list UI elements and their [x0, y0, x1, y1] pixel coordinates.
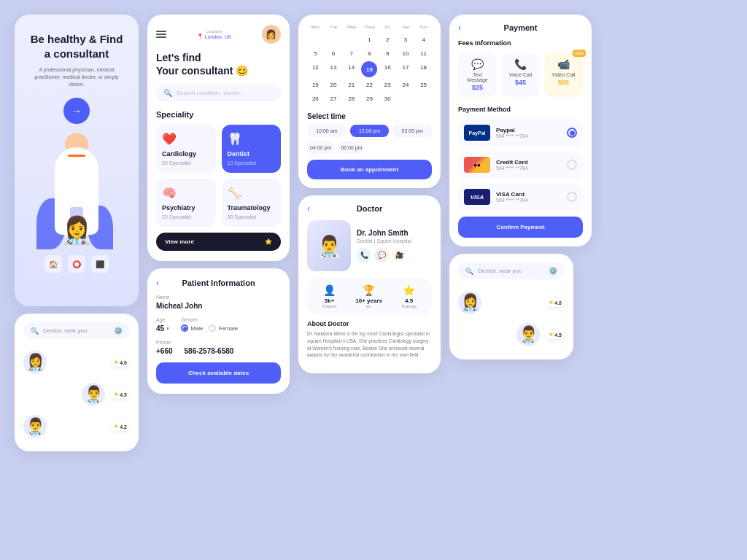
doctor-avatar-sm2-1: 👩‍⚕️: [458, 291, 481, 314]
cal-day-22[interactable]: 22: [361, 79, 378, 91]
age-arrow: ▾: [166, 326, 169, 332]
spec-card-psychiatry[interactable]: 🧠 Psychiatry 25 Specialist: [156, 179, 216, 227]
gender-male[interactable]: Male: [181, 324, 203, 332]
phone-number: 586-2578-6580: [185, 347, 234, 355]
cal-day-28[interactable]: 28: [343, 93, 360, 105]
search-input[interactable]: 🔍 Search condition, doctor...: [156, 85, 281, 101]
cal-day-8[interactable]: 8: [361, 47, 378, 60]
fee-voice-call[interactable]: 📞 Voice Call $45: [501, 52, 540, 97]
book-appointment-button[interactable]: Book an appoinment: [307, 160, 432, 179]
doctor-name: Dr. John Smith: [357, 229, 411, 237]
spec-card-dentist[interactable]: 🦷 Dentist 10 Specialist: [222, 125, 282, 173]
main-headline: Let's findYour consultant 😊: [156, 51, 281, 77]
doctor-list-item-sm2-2[interactable]: 👨‍⚕️ ★ 4.5: [458, 319, 565, 351]
video-contact-icon[interactable]: 🎥: [392, 248, 406, 262]
cal-day-25[interactable]: 25: [415, 79, 432, 91]
cal-day-1[interactable]: 1: [361, 34, 378, 46]
cal-day-4[interactable]: 4: [415, 34, 432, 46]
confirm-payment-button[interactable]: Confirm Payment: [458, 217, 583, 238]
fee-video-call[interactable]: NEW 📹 Video Call $65: [544, 52, 583, 97]
video-call-icon: 📹: [549, 58, 578, 70]
mastercard-number: 564 **** **784: [496, 166, 561, 171]
cal-day-20[interactable]: 20: [325, 79, 342, 91]
payment-option-visa[interactable]: VISA VISA Card 564 **** **784: [458, 183, 583, 211]
doctor-list-item-3[interactable]: 👨‍⚕️ ★ 4.2: [23, 411, 130, 443]
cal-day-30[interactable]: 30: [379, 93, 396, 105]
cal-day-5[interactable]: 5: [307, 47, 324, 60]
age-gender-row: Age 45 ▾ Gender Male: [156, 317, 281, 340]
doctor-list-item-1[interactable]: 👩‍⚕️ ★ 4.0: [23, 346, 130, 378]
star-icon-3: ★: [114, 424, 118, 429]
intro-cta-button[interactable]: →: [63, 98, 90, 124]
time-slot-1800[interactable]: 06:00 pm: [338, 141, 365, 154]
cal-day-16[interactable]: 16: [379, 61, 396, 77]
cal-day-12[interactable]: 12: [307, 61, 324, 77]
time-slot-1600[interactable]: 04:00 pm: [307, 141, 334, 154]
cal-day-26[interactable]: 26: [307, 93, 324, 105]
cal-day-29[interactable]: 29: [361, 93, 378, 105]
time-slot-1200[interactable]: 12:00 pm: [350, 125, 390, 137]
hamburger-menu[interactable]: [156, 31, 166, 38]
doctor-back-button[interactable]: ‹: [307, 203, 310, 214]
star-icon-1: ★: [114, 359, 118, 365]
cal-day-6[interactable]: 6: [325, 47, 342, 60]
traumatology-name: Traumatology: [228, 204, 276, 211]
patients-label: Patient: [322, 304, 336, 308]
paypal-radio[interactable]: [567, 128, 577, 138]
psychiatry-icon: 🧠: [162, 186, 210, 200]
mastercard-radio[interactable]: [567, 160, 577, 170]
cal-day-27[interactable]: 27: [325, 93, 342, 105]
cal-day-15[interactable]: 15: [361, 61, 377, 77]
patient-back-button[interactable]: ‹: [156, 278, 159, 288]
payment-option-paypal[interactable]: PayPal Paypal 564 **** **784: [458, 119, 583, 147]
voice-call-price: $45: [506, 79, 535, 86]
cal-day-24[interactable]: 24: [398, 79, 414, 91]
payment-option-mastercard[interactable]: ●● Credit Card 564 **** **784: [458, 151, 583, 179]
time-slot-1000[interactable]: 10:00 am: [307, 125, 347, 137]
phone-contact-icon[interactable]: 📞: [357, 248, 371, 262]
cal-day-14[interactable]: 14: [343, 61, 360, 77]
cal-day-21[interactable]: 21: [343, 79, 360, 91]
spec-card-cardiology[interactable]: ❤️ Cardiology 20 Specialist: [156, 125, 216, 173]
fees-info-title: Fees Information: [458, 39, 583, 47]
cal-day-3[interactable]: 3: [398, 34, 414, 46]
experience-icon: 🏆: [355, 284, 382, 296]
message-contact-icon[interactable]: 💬: [374, 248, 389, 262]
spec-card-traumatology[interactable]: 🦴 Traumatology 30 Specialist: [222, 179, 282, 227]
ham-line-2: [156, 34, 166, 35]
search-bar-sm-2[interactable]: 🔍 Dentist, near you ⚙️: [458, 262, 565, 279]
cal-day-13[interactable]: 13: [325, 61, 342, 77]
user-avatar[interactable]: 👩: [262, 25, 281, 44]
time-slot-1400[interactable]: 02:00 pm: [392, 125, 432, 137]
radio-female: [209, 324, 216, 332]
age-select[interactable]: 45 ▾: [156, 324, 169, 332]
name-label: Name: [156, 295, 281, 300]
filter-icon-sm-2[interactable]: ⚙️: [549, 267, 557, 275]
paypal-logo: PayPal: [464, 125, 490, 141]
cal-day-11[interactable]: 11: [415, 47, 432, 60]
cal-day-18[interactable]: 18: [415, 61, 432, 77]
doctor-list-item-2[interactable]: 👨‍⚕️ ★ 4.5: [23, 378, 130, 411]
filter-icon-sm[interactable]: ⚙️: [114, 327, 123, 335]
cal-day-2[interactable]: 2: [379, 34, 396, 46]
gender-female[interactable]: Female: [209, 324, 238, 332]
fee-text-message[interactable]: 💬 Text Message $25: [458, 52, 497, 97]
visa-radio[interactable]: [567, 192, 577, 202]
col-4: ‹ Payment Fees Information 💬 Text Messag…: [449, 15, 592, 359]
payment-back-button[interactable]: ‹: [458, 23, 461, 33]
visa-name: VISA Card: [496, 191, 561, 198]
doctor-list-item-sm2-1[interactable]: 👩‍⚕️ ★ 4.0: [458, 287, 565, 319]
cal-day-23[interactable]: 23: [379, 79, 396, 91]
calendar-days: 1 2 3 4 5 6 7 8 9 10 11 12 13 14 15 16 1…: [307, 34, 432, 105]
day-sun: Sun: [415, 23, 432, 31]
cal-day-9[interactable]: 9: [379, 47, 396, 60]
cal-day-10[interactable]: 10: [398, 47, 414, 60]
experience-label: ex.: [355, 304, 382, 308]
view-more-button[interactable]: View more ⭐: [156, 233, 281, 251]
cal-day-17[interactable]: 17: [398, 61, 414, 77]
search-bar-sm[interactable]: 🔍 Dentist, near you ⚙️: [23, 322, 130, 339]
age-label: Age: [156, 317, 169, 322]
cal-day-19[interactable]: 19: [307, 79, 324, 91]
check-dates-button-patient[interactable]: Check available dates: [156, 362, 281, 384]
cal-day-7[interactable]: 7: [343, 47, 360, 60]
